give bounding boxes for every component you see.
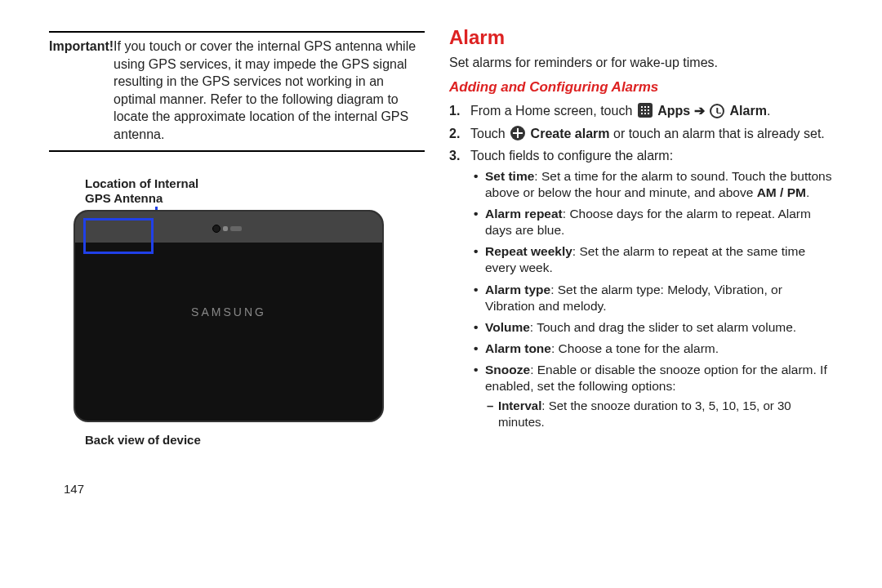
section-heading-alarm: Alarm (449, 24, 833, 51)
page-number: 147 (64, 481, 425, 497)
alarm-label: Alarm (730, 104, 767, 118)
create-alarm-label: Create alarm (531, 127, 610, 140)
apps-label: Apps (657, 104, 690, 118)
bullet-interval: Interval: Set the snooze duration to 3, … (498, 398, 833, 430)
right-column: Alarm Set alarms for reminders or for wa… (441, 24, 833, 572)
bullet-snooze: Snooze: Enable or disable the snooze opt… (485, 362, 833, 430)
important-note: Important! If you touch or cover the int… (49, 38, 425, 144)
step-2: Touch Create alarm or touch an alarm tha… (470, 125, 833, 143)
alarm-clock-icon (710, 104, 724, 118)
rule-top (49, 31, 425, 33)
alarmrepeat-label: Alarm repeat (485, 207, 563, 220)
speaker-icon (230, 226, 242, 231)
step1-text: From a Home screen, touch (470, 104, 636, 118)
step-1: From a Home screen, touch Apps ➔ Alarm. (470, 102, 833, 120)
config-bullets: Set time: Set a time for the alarm to so… (470, 168, 833, 430)
plus-icon (510, 126, 525, 140)
gps-label-line1: Location of Internal (85, 176, 425, 192)
bullet-alarm-repeat: Alarm repeat: Choose days for the alarm … (485, 206, 833, 238)
rule-bottom (49, 150, 425, 152)
repeatweekly-label: Repeat weekly (485, 244, 572, 258)
apps-icon (638, 103, 653, 118)
settime-end: . (806, 185, 809, 199)
step3-text: Touch fields to configure the alarm: (470, 149, 673, 163)
alarm-intro: Set alarms for reminders or for wake-up … (449, 54, 833, 72)
settime-label: Set time (485, 169, 534, 183)
gps-antenna-label: Location of Internal GPS Antenna (85, 176, 425, 207)
subsection-heading: Adding and Configuring Alarms (449, 78, 833, 97)
volume-label: Volume (485, 320, 530, 334)
volume-text: : Touch and drag the slider to set alarm… (530, 320, 796, 334)
interval-text: : Set the snooze duration to 3, 5, 10, 1… (498, 399, 791, 429)
step1-end: . (767, 104, 770, 118)
back-view-label: Back view of device (85, 432, 425, 448)
flash-icon (223, 226, 228, 231)
alarmtone-label: Alarm tone (485, 341, 551, 355)
brand-logo: SAMSUNG (191, 304, 266, 319)
important-text: If you touch or cover the internal GPS a… (114, 38, 425, 144)
step2-post: or touch an alarm that is already set. (613, 127, 825, 140)
camera-lens-icon (212, 225, 220, 233)
interval-label: Interval (498, 399, 541, 412)
snooze-text: : Enable or disable the snooze option fo… (485, 363, 827, 393)
bullet-volume: Volume: Touch and drag the slider to set… (485, 319, 833, 336)
step2-pre: Touch (470, 127, 509, 140)
tablet-illustration: SAMSUNG (74, 210, 425, 422)
snooze-label: Snooze (485, 363, 530, 376)
diagram-area: Location of Internal GPS Antenna SAMSUNG… (49, 176, 425, 449)
gps-label-line2: GPS Antenna (85, 191, 425, 207)
snooze-sublist: Interval: Set the snooze duration to 3, … (485, 398, 833, 430)
alarmtone-text: : Choose a tone for the alarm. (551, 341, 719, 355)
bullet-alarm-tone: Alarm tone: Choose a tone for the alarm. (485, 341, 833, 357)
gps-highlight-box (83, 218, 154, 254)
left-column: Important! If you touch or cover the int… (49, 24, 441, 572)
bullet-repeat-weekly: Repeat weekly: Set the alarm to repeat a… (485, 243, 833, 276)
camera-cluster (212, 225, 245, 233)
bullet-alarm-type: Alarm type: Set the alarm type: Melody, … (485, 282, 833, 314)
ampm-label: AM / PM (757, 185, 806, 199)
alarmtype-label: Alarm type (485, 283, 550, 296)
steps-list: From a Home screen, touch Apps ➔ Alarm. … (449, 102, 833, 430)
step-3: Touch fields to configure the alarm: Set… (470, 147, 833, 430)
tablet-back: SAMSUNG (74, 210, 384, 422)
arrow-icon: ➔ (694, 104, 708, 118)
important-label: Important! (49, 38, 114, 144)
bullet-set-time: Set time: Set a time for the alarm to so… (485, 168, 833, 201)
